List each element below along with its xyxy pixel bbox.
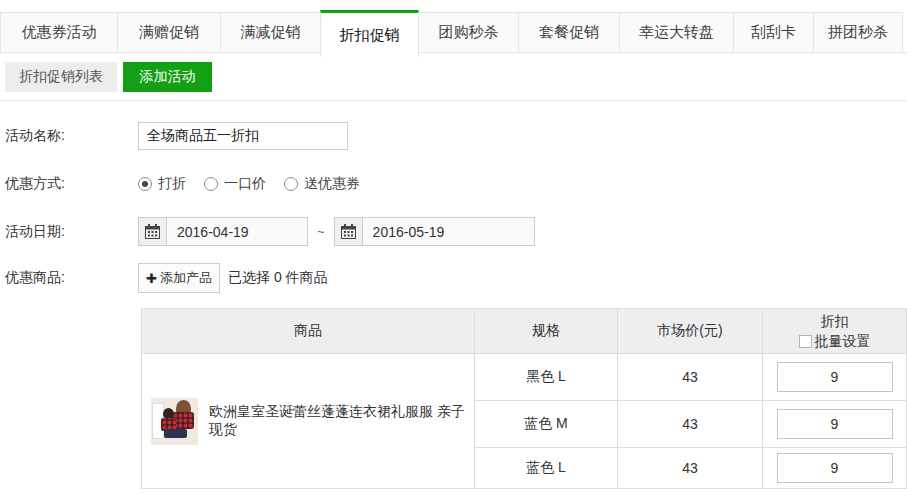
radio-option-label: 打折 xyxy=(158,175,186,193)
discount-input[interactable] xyxy=(777,453,893,483)
tab-lucky-wheel[interactable]: 幸运大转盘 xyxy=(619,12,734,52)
discount-input[interactable] xyxy=(777,409,893,439)
discount-method-label: 优惠方式: xyxy=(5,175,138,193)
date-end-field[interactable]: 2016-05-19 xyxy=(334,217,535,246)
col-header-product: 商品 xyxy=(142,309,475,354)
product-title: 欧洲皇室圣诞蕾丝蓬蓬连衣裙礼服服 亲子现货 xyxy=(209,403,474,439)
discount-products-row: 优惠商品: ✚ 添加产品 已选择 0 件商品 xyxy=(5,263,907,293)
activity-date-label: 活动日期: xyxy=(5,223,138,241)
date-start-field[interactable]: 2016-04-19 xyxy=(138,217,308,246)
price-cell: 43 xyxy=(618,401,763,448)
add-product-button-label: 添加产品 xyxy=(160,269,212,287)
products-table: 商品 规格 市场价(元) 折扣 批量设置 xyxy=(141,308,907,489)
discount-cell xyxy=(763,354,907,401)
radio-option-yikoujia[interactable]: 一口价 xyxy=(204,175,266,193)
radio-option-label: 送优惠券 xyxy=(304,175,360,193)
activity-form: 活动名称: 优惠方式: 打折 一口价 送优惠券 活动日期: xyxy=(5,122,907,293)
calendar-icon xyxy=(139,218,167,245)
tab-pintuan-seckill[interactable]: 拼团秒杀 xyxy=(813,12,903,52)
plus-icon: ✚ xyxy=(146,271,157,286)
sub-toolbar: 折扣促销列表 添加活动 xyxy=(5,62,907,92)
tab-package-promo[interactable]: 套餐促销 xyxy=(518,12,620,52)
tab-scratch-card[interactable]: 刮刮卡 xyxy=(733,12,814,52)
tab-group-seckill[interactable]: 团购秒杀 xyxy=(418,12,519,52)
tab-discount-promo[interactable]: 折扣促销 xyxy=(320,10,419,57)
discount-input[interactable] xyxy=(777,362,893,392)
discount-cell xyxy=(763,401,907,448)
col-header-spec: 规格 xyxy=(475,309,618,354)
activity-name-label: 活动名称: xyxy=(5,127,138,145)
col-header-discount: 折扣 批量设置 xyxy=(763,309,907,354)
product-thumbnail-image xyxy=(151,398,198,445)
col-header-market-price: 市场价(元) xyxy=(618,309,763,354)
promotion-admin-page: 优惠券活动 满赠促销 满减促销 折扣促销 团购秒杀 套餐促销 幸运大转盘 刮刮卡… xyxy=(0,0,907,494)
products-table-wrap: 商品 规格 市场价(元) 折扣 批量设置 xyxy=(141,308,907,489)
calendar-icon xyxy=(335,218,363,245)
selected-count-text: 已选择 0 件商品 xyxy=(228,269,328,287)
tab-coupon-activity[interactable]: 优惠券活动 xyxy=(0,12,118,52)
discount-promo-list-button[interactable]: 折扣促销列表 xyxy=(5,62,117,92)
tab-full-minus-promo[interactable]: 满减促销 xyxy=(220,12,321,52)
radio-option-dazhe[interactable]: 打折 xyxy=(138,175,186,193)
spec-cell: 黑色 L xyxy=(475,354,618,401)
date-end-value: 2016-05-19 xyxy=(363,224,445,240)
radio-option-songyouhuiquan[interactable]: 送优惠券 xyxy=(284,175,360,193)
activity-date-row: 活动日期: 2016-04-19 ~ 2016-05-19 xyxy=(5,217,907,246)
table-header-row: 商品 规格 市场价(元) 折扣 批量设置 xyxy=(142,309,907,354)
batch-set-label: 批量设置 xyxy=(815,333,871,349)
product-cell: 欧洲皇室圣诞蕾丝蓬蓬连衣裙礼服服 亲子现货 xyxy=(142,354,475,489)
activity-name-input[interactable] xyxy=(138,122,348,150)
radio-icon[interactable] xyxy=(284,177,298,191)
table-row: 欧洲皇室圣诞蕾丝蓬蓬连衣裙礼服服 亲子现货 黑色 L 43 xyxy=(142,354,907,401)
batch-set-checkbox[interactable] xyxy=(799,335,812,348)
spec-cell: 蓝色 L xyxy=(475,448,618,489)
toolbar-divider xyxy=(0,100,907,101)
radio-icon[interactable] xyxy=(204,177,218,191)
tab-full-gift-promo[interactable]: 满赠促销 xyxy=(117,12,221,52)
activity-name-row: 活动名称: xyxy=(5,122,907,150)
add-activity-button[interactable]: 添加活动 xyxy=(123,62,212,92)
discount-method-row: 优惠方式: 打折 一口价 送优惠券 xyxy=(5,175,907,193)
radio-option-label: 一口价 xyxy=(224,175,266,193)
radio-icon[interactable] xyxy=(138,177,152,191)
discount-products-label: 优惠商品: xyxy=(5,269,138,287)
date-start-value: 2016-04-19 xyxy=(167,224,249,240)
promotion-tabbar: 优惠券活动 满赠促销 满减促销 折扣促销 团购秒杀 套餐促销 幸运大转盘 刮刮卡… xyxy=(0,10,907,57)
discount-header-title: 折扣 xyxy=(763,311,906,331)
date-range-separator: ~ xyxy=(317,224,325,239)
price-cell: 43 xyxy=(618,354,763,401)
discount-cell xyxy=(763,448,907,489)
add-product-button[interactable]: ✚ 添加产品 xyxy=(138,263,220,293)
price-cell: 43 xyxy=(618,448,763,489)
spec-cell: 蓝色 M xyxy=(475,401,618,448)
